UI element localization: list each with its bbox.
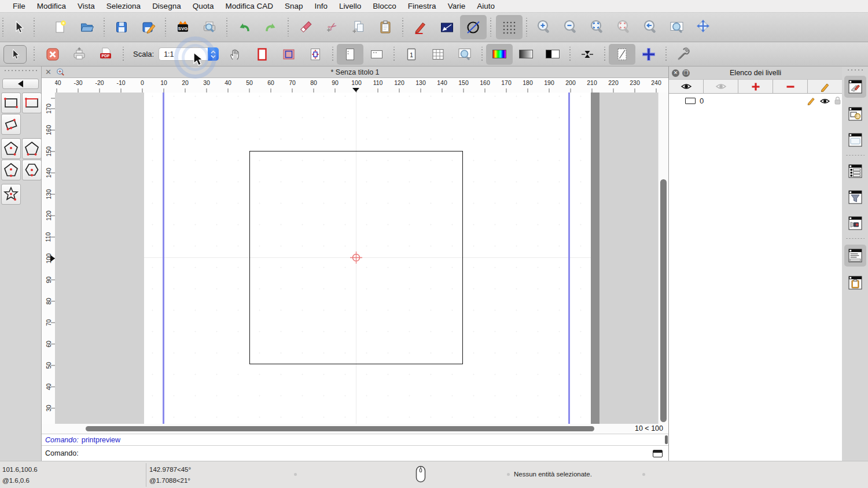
print-button[interactable] (66, 44, 93, 65)
zoom-out-button[interactable] (557, 15, 584, 39)
drawing-canvas[interactable] (55, 93, 658, 424)
command-input[interactable] (81, 449, 668, 457)
history-scrollbar-thumb[interactable] (665, 435, 668, 444)
star-button[interactable] (1, 184, 21, 205)
select-tool-button[interactable] (0, 44, 30, 65)
copy-button[interactable] (345, 15, 372, 39)
layer-visibility-eye-icon[interactable] (819, 97, 830, 105)
circle-attributes-button[interactable] (460, 15, 487, 39)
command-window-icon (848, 247, 863, 264)
select-arrow-button[interactable] (7, 15, 30, 39)
layer-edit-pencil-icon[interactable] (807, 96, 816, 105)
pen-properties-window-button[interactable] (844, 76, 866, 98)
vertical-scrollbar-thumb[interactable] (660, 179, 667, 422)
undo-button[interactable] (231, 15, 258, 39)
grayscale-mode-button[interactable] (513, 44, 539, 65)
command-window-toggle-icon[interactable] (653, 450, 663, 457)
landscape-orientation-button[interactable] (363, 44, 390, 65)
filter-window-button[interactable] (846, 186, 865, 208)
center-page-icon (308, 47, 323, 62)
single-page-button[interactable]: 1 (398, 44, 425, 65)
show-all-layers-button[interactable] (669, 79, 704, 93)
rectangle-2corners-button[interactable] (1, 93, 21, 113)
back-button[interactable] (2, 79, 39, 89)
zoom-back-button[interactable] (637, 15, 664, 39)
multi-page-button[interactable] (425, 44, 451, 65)
layer-row[interactable]: 0 (669, 94, 842, 108)
menu-item[interactable]: File (7, 2, 31, 10)
toolbar-separator (332, 47, 333, 62)
new-document-button[interactable] (47, 15, 73, 39)
menu-item[interactable]: Livello (333, 2, 367, 10)
view-window-button[interactable] (846, 212, 865, 234)
zoom-in-button[interactable] (531, 15, 557, 39)
grid-toggle-button[interactable] (496, 15, 523, 39)
polygon-center-vertex-button[interactable] (1, 138, 21, 159)
color-mode-button[interactable] (486, 44, 513, 65)
draft-mode-button[interactable] (609, 44, 635, 65)
layer-select-box[interactable] (685, 98, 696, 104)
menu-item[interactable]: Varie (442, 2, 472, 10)
open-file-button[interactable] (73, 15, 100, 39)
zoom-page-button[interactable] (451, 44, 478, 65)
menu-item[interactable]: Vista (72, 2, 101, 10)
menu-item[interactable]: Quota (187, 2, 220, 10)
pen-button[interactable] (407, 15, 433, 39)
menu-item[interactable]: Aiuto (471, 2, 501, 10)
clipboard-window-button[interactable] (846, 272, 865, 294)
add-layer-button[interactable] (738, 79, 773, 93)
settings-tools-button[interactable] (670, 44, 697, 65)
menu-item[interactable]: Disegna (146, 2, 187, 10)
export-pdf-button[interactable]: PDF (93, 44, 119, 65)
redo-button[interactable] (258, 15, 284, 39)
vertical-scrollbar[interactable] (658, 93, 668, 424)
polygon-center-edge-button[interactable] (1, 160, 21, 180)
crosshair-button[interactable] (635, 44, 662, 65)
menu-item[interactable]: Snap (279, 2, 309, 10)
tab-title[interactable]: * Senza titolo 1 (42, 68, 668, 76)
rectangle-3points-button[interactable] (1, 114, 21, 135)
save-button[interactable] (108, 15, 135, 39)
zoom-window-button[interactable] (664, 15, 690, 39)
command-window-button[interactable] (844, 245, 866, 267)
margin-guide-right (568, 93, 570, 424)
block-list-window-button[interactable] (846, 160, 865, 182)
remove-layer-button[interactable] (773, 79, 808, 93)
dock-drag-handle[interactable] (3, 69, 37, 72)
line-button[interactable] (433, 15, 460, 39)
center-on-page-button[interactable] (302, 44, 329, 65)
delete-entities-button[interactable] (292, 15, 319, 39)
fit-to-page-button[interactable] (275, 44, 302, 65)
line-width-button[interactable] (574, 44, 601, 65)
blackwhite-mode-button[interactable] (539, 44, 566, 65)
portrait-orientation-button[interactable] (337, 44, 363, 65)
horizontal-scrollbar-thumb[interactable] (86, 426, 594, 431)
zoom-auto-button[interactable] (584, 15, 610, 39)
menu-item[interactable]: Modifica CAD (219, 2, 279, 10)
paste-button[interactable] (372, 15, 399, 39)
shapes-window-button[interactable] (846, 103, 865, 125)
close-print-preview-button[interactable] (39, 44, 66, 65)
polygon-2vertices-button[interactable] (22, 138, 42, 159)
export-svg-button[interactable]: SVG (170, 15, 196, 39)
menu-item[interactable]: Finestra (402, 2, 442, 10)
horizontal-scrollbar[interactable]: 10 < 100 (42, 424, 668, 434)
zoom-previous-view-button[interactable] (610, 15, 637, 39)
rectangle-corner-size-button[interactable] (22, 93, 42, 113)
zoom-pan-button[interactable] (690, 15, 717, 39)
print-preview-button[interactable] (196, 15, 223, 39)
menu-item[interactable]: Blocco (367, 2, 402, 10)
menu-item[interactable]: Seleziona (101, 2, 146, 10)
hexagon-button[interactable] (22, 160, 42, 180)
preview-window-button[interactable] (846, 129, 865, 151)
cut-button[interactable]: ✂ (319, 15, 345, 39)
menu-item[interactable]: Info (309, 2, 334, 10)
edit-layer-button[interactable] (808, 79, 842, 93)
menu-item[interactable]: Modifica (31, 2, 72, 10)
save-as-button[interactable] (135, 15, 161, 39)
pan-hand-button[interactable] (222, 44, 249, 65)
hide-all-layers-button[interactable] (704, 79, 738, 93)
layer-lock-icon[interactable] (834, 96, 841, 105)
strip-drag-handle[interactable] (847, 69, 864, 71)
paper-border-button[interactable] (249, 44, 275, 65)
